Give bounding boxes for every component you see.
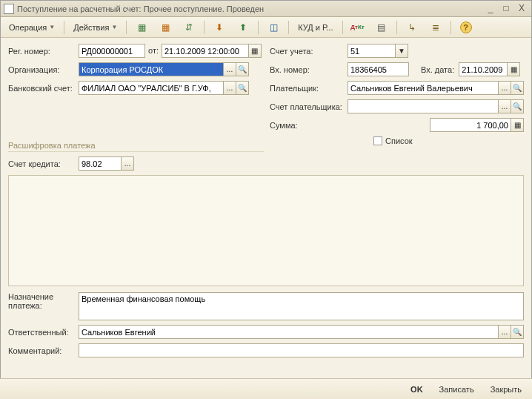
dropdown-icon: ▼ bbox=[49, 24, 55, 30]
toolbar-btn-1[interactable]: ▦ bbox=[130, 20, 153, 35]
ok-button[interactable]: OK bbox=[406, 383, 428, 395]
search-icon: 🔍 bbox=[513, 102, 522, 111]
search-icon: 🔍 bbox=[238, 84, 247, 92]
separator bbox=[396, 21, 397, 34]
toolbar-btn-5[interactable]: ⬆ bbox=[232, 20, 254, 35]
account-input[interactable] bbox=[348, 44, 396, 58]
dropdown-icon: ▼ bbox=[398, 47, 405, 55]
search-icon: 🔍 bbox=[238, 65, 247, 73]
account-dropdown-button[interactable]: ▼ bbox=[395, 44, 408, 58]
in-date-input[interactable] bbox=[459, 62, 508, 76]
kudir-button[interactable]: КУД и Р... bbox=[293, 20, 338, 35]
minimize-button[interactable]: _ bbox=[484, 4, 497, 14]
calculator-icon: ▦ bbox=[514, 121, 521, 129]
ellipsis-icon: ... bbox=[227, 65, 233, 73]
dropdown-icon: ▼ bbox=[111, 24, 117, 30]
payer-account-search-button[interactable]: 🔍 bbox=[511, 99, 524, 113]
list-checkbox-label: Список bbox=[385, 136, 413, 145]
calendar-icon: ▦ bbox=[511, 65, 517, 73]
responsible-input[interactable] bbox=[79, 325, 499, 339]
help-button[interactable]: ? bbox=[455, 20, 477, 35]
dtkt-icon: ДтКт bbox=[352, 22, 364, 33]
bank-select-button[interactable]: ... bbox=[223, 81, 236, 95]
separator bbox=[126, 21, 127, 34]
separator bbox=[204, 21, 205, 34]
separator bbox=[342, 21, 343, 34]
maximize-button[interactable]: □ bbox=[499, 4, 513, 14]
date-input[interactable] bbox=[162, 44, 249, 58]
ellipsis-icon: ... bbox=[502, 84, 508, 92]
toolbar: Операция▼ Действия▼ ▦ ▦ ⇵ ⬇ ⬆ ◫ КУД и Р.… bbox=[1, 17, 531, 38]
purpose-label-1: Назначение bbox=[8, 292, 79, 301]
payer-label: Плательщик: bbox=[270, 84, 348, 93]
comment-label: Комментарий: bbox=[8, 346, 79, 355]
close-button[interactable]: X bbox=[515, 4, 528, 14]
ellipsis-icon: ... bbox=[227, 84, 233, 92]
credit-input[interactable] bbox=[79, 156, 122, 171]
toolbar-btn-10[interactable]: ≣ bbox=[425, 20, 447, 35]
payer-select-button[interactable]: ... bbox=[498, 81, 511, 95]
list-checkbox[interactable] bbox=[373, 136, 382, 145]
purpose-textarea[interactable] bbox=[79, 292, 524, 320]
actions-menu[interactable]: Действия▼ bbox=[68, 20, 122, 35]
toolbar-btn-2[interactable]: ▦ bbox=[154, 20, 176, 35]
toolbar-btn-dtkt[interactable]: ДтКт bbox=[347, 20, 369, 35]
org-select-button[interactable]: ... bbox=[223, 62, 236, 76]
footer: OK Записать Закрыть bbox=[0, 378, 532, 399]
structure-icon: ◫ bbox=[267, 22, 279, 33]
date-picker-button[interactable]: ▦ bbox=[248, 44, 262, 58]
ellipsis-icon: ... bbox=[124, 159, 130, 168]
bank-input[interactable] bbox=[79, 81, 224, 95]
in-number-input[interactable] bbox=[348, 62, 409, 76]
purpose-label: Назначение платежа: bbox=[8, 292, 79, 310]
close-form-button[interactable]: Закрыть bbox=[486, 383, 526, 395]
toolbar-btn-9[interactable]: ↳ bbox=[401, 20, 423, 35]
in-number-label: Вх. номер: bbox=[270, 65, 348, 74]
payer-account-input[interactable] bbox=[348, 99, 499, 113]
kudir-label: КУД и Р... bbox=[298, 23, 333, 32]
save-button[interactable]: Записать bbox=[435, 383, 479, 395]
window-title: Поступление на расчетный счет: Прочее по… bbox=[17, 4, 482, 13]
details-area bbox=[8, 175, 524, 286]
payer-account-select-button[interactable]: ... bbox=[498, 99, 511, 113]
org-search-button[interactable]: 🔍 bbox=[236, 62, 249, 76]
org-input[interactable] bbox=[79, 62, 224, 76]
titlebar: Поступление на расчетный счет: Прочее по… bbox=[1, 1, 531, 17]
purpose-label-2: платежа: bbox=[8, 301, 79, 310]
credit-label: Счет кредита: bbox=[8, 159, 79, 168]
payer-search-button[interactable]: 🔍 bbox=[511, 81, 524, 95]
search-icon: 🔍 bbox=[513, 328, 522, 336]
in-date-label: Вх. дата: bbox=[421, 65, 454, 74]
repost-icon: ▦ bbox=[159, 22, 171, 33]
credit-select-button[interactable]: ... bbox=[121, 156, 134, 171]
section-title: Расшифровка платежа bbox=[8, 141, 264, 152]
separator bbox=[288, 21, 289, 34]
payer-input[interactable] bbox=[348, 81, 499, 95]
in-date-picker-button[interactable]: ▦ bbox=[507, 62, 520, 76]
list-icon: ≣ bbox=[430, 22, 442, 33]
calendar-icon: ▦ bbox=[251, 47, 258, 55]
bank-search-button[interactable]: 🔍 bbox=[236, 81, 249, 95]
search-icon: 🔍 bbox=[513, 84, 522, 92]
toolbar-btn-8[interactable]: ▤ bbox=[370, 20, 393, 35]
toolbar-btn-4[interactable]: ⬇ bbox=[208, 20, 230, 35]
responsible-search-button[interactable]: 🔍 bbox=[511, 325, 524, 339]
sum-input[interactable] bbox=[430, 118, 511, 132]
toolbar-btn-3[interactable]: ⇵ bbox=[178, 20, 200, 35]
tree-icon: ↳ bbox=[406, 22, 418, 33]
payer-account-label: Счет плательщика: bbox=[270, 102, 348, 111]
separator bbox=[450, 21, 451, 34]
reg-number-input[interactable] bbox=[79, 44, 145, 58]
comment-input[interactable] bbox=[79, 343, 524, 357]
org-label: Организация: bbox=[8, 65, 79, 74]
create-icon: ⬆ bbox=[237, 22, 249, 33]
separator bbox=[258, 21, 259, 34]
toolbar-btn-6[interactable]: ◫ bbox=[262, 20, 285, 35]
sum-calc-button[interactable]: ▦ bbox=[511, 118, 524, 132]
responsible-label: Ответственный: bbox=[8, 328, 79, 337]
help-icon: ? bbox=[460, 22, 472, 33]
operation-menu[interactable]: Операция▼ bbox=[4, 20, 60, 35]
account-label: Счет учета: bbox=[270, 47, 348, 56]
responsible-select-button[interactable]: ... bbox=[498, 325, 511, 339]
operation-label: Операция bbox=[9, 23, 47, 32]
